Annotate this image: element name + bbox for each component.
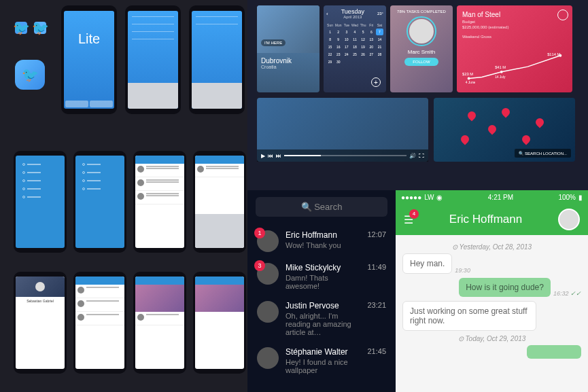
video-player[interactable]: ▶ ⏮ ⏭ 🔊 ⛶ xyxy=(257,98,428,162)
avatar[interactable] xyxy=(558,209,580,230)
calendar-cell[interactable]: 13 xyxy=(368,36,375,43)
phone-feed xyxy=(135,156,184,248)
calendar-cell[interactable]: 10 xyxy=(343,36,350,43)
volume-icon[interactable]: 🔊 xyxy=(409,153,416,159)
keyboard[interactable] xyxy=(128,83,178,109)
calendar-cell[interactable]: 12 xyxy=(360,36,367,43)
chat-preview: Oh, alright... I'm reading an amazing ar… xyxy=(286,312,360,336)
messenger-panel: ●●●●● LW ◉ 4:21 PM 100% ▮ ☰4 Eric Hoffma… xyxy=(396,190,588,392)
battery-pct: 100% xyxy=(558,194,576,201)
calendar-cell[interactable]: 6 xyxy=(368,29,375,35)
chat-item[interactable]: Stéphanie WalterHey! I found a nice wall… xyxy=(247,342,396,380)
add-event-button[interactable]: + xyxy=(371,77,381,87)
cal-prev-icon[interactable]: ‹ xyxy=(326,11,328,17)
fullscreen-icon[interactable]: ⛶ xyxy=(419,153,424,159)
calendar-cell[interactable]: 27 xyxy=(368,51,375,58)
calendar-cell[interactable]: 25 xyxy=(351,51,358,58)
calendar-cell[interactable]: 7 xyxy=(376,29,383,35)
chat-item[interactable]: 3Mike StickylckyDamn! Thats awesome!11:4… xyxy=(247,257,396,296)
phone-menu xyxy=(75,156,124,248)
chat-time: 21:45 xyxy=(367,347,386,355)
movie-card[interactable]: Man of Steel Budget $225,000,000 (estima… xyxy=(457,5,572,92)
media-row: ▶ ⏮ ⏭ 🔊 ⛶ 🔍 SEARCH LOCATION... xyxy=(257,98,575,162)
calendar-cell[interactable]: 19 xyxy=(360,43,367,50)
search-input[interactable]: 🔍 Search xyxy=(256,197,387,217)
wifi-icon: ◉ xyxy=(436,194,443,201)
calendar-cell[interactable]: 1 xyxy=(326,29,334,35)
map-pin-icon[interactable] xyxy=(466,110,478,122)
calendar-cell[interactable]: 22 xyxy=(326,51,334,58)
calendar-cell[interactable]: 30 xyxy=(334,58,342,65)
map-pin-icon[interactable] xyxy=(487,124,498,135)
calendar-cell[interactable]: 28 xyxy=(376,51,383,58)
weather-temp: 23° xyxy=(377,12,383,16)
map-search-input[interactable]: 🔍 SEARCH LOCATION... xyxy=(515,149,571,158)
prev-icon[interactable]: ⏮ xyxy=(268,153,273,159)
calendar-cell[interactable]: 21 xyxy=(376,43,383,50)
calendar-weekdays: SunMonTueWedThuFriSat xyxy=(324,22,386,29)
video-controls[interactable]: ▶ ⏮ ⏭ 🔊 ⛶ xyxy=(257,149,428,162)
menu-icon[interactable]: ☰4 xyxy=(404,213,413,226)
carrier: LW xyxy=(424,194,434,201)
message-bubble-in: Hey man. xyxy=(402,253,452,274)
map-pin-icon[interactable] xyxy=(460,134,471,145)
location-card[interactable]: I'M HERE Dubrovnik Croatia xyxy=(257,5,319,92)
calendar-cell[interactable]: 8 xyxy=(326,36,334,43)
widget-cards: I'M HERE Dubrovnik Croatia ‹ Tuesday Apr… xyxy=(257,5,572,92)
message-thread[interactable]: Yesterday, Oct 28, 2013 Hey man.19:30 Ho… xyxy=(396,235,588,392)
calendar-cell[interactable]: 18 xyxy=(351,43,358,50)
map-pin-icon[interactable] xyxy=(500,107,512,118)
location-city: Dubrovnik xyxy=(261,57,315,65)
calendar-cell[interactable]: 17 xyxy=(343,43,350,50)
follow-button[interactable]: FOLLOW xyxy=(404,58,438,66)
calendar-cell[interactable]: 26 xyxy=(360,51,367,58)
calendar-cell[interactable]: 20 xyxy=(368,43,375,50)
message-bubble-out: How is it going dude? xyxy=(459,278,551,297)
location-country: Croatia xyxy=(261,65,315,69)
chat-preview: Wow! Thank you xyxy=(286,241,360,249)
signup-button[interactable] xyxy=(65,101,88,107)
chat-header: ☰4 Eric Hoffmann xyxy=(396,204,588,235)
chat-item[interactable]: 1Eric HoffmannWow! Thank you12:07 xyxy=(247,225,396,257)
unread-badge: 3 xyxy=(254,260,265,271)
map-pin-icon[interactable] xyxy=(521,134,532,145)
calendar-cell[interactable]: 14 xyxy=(376,36,383,43)
login-button[interactable] xyxy=(90,101,113,107)
next-icon[interactable]: ⏭ xyxy=(276,153,281,159)
phone-compose xyxy=(195,156,244,248)
calendar-cell[interactable]: 5 xyxy=(360,29,367,35)
map-pin-icon[interactable] xyxy=(534,117,546,128)
keyboard[interactable] xyxy=(192,83,242,109)
chat-item[interactable]: Justin PervoseOh, alright... I'm reading… xyxy=(247,296,396,342)
map-widget[interactable]: 🔍 SEARCH LOCATION... xyxy=(434,98,575,162)
calendar-cell[interactable]: 15 xyxy=(326,43,334,50)
calendar-cell[interactable]: 3 xyxy=(343,29,350,35)
clock: 4:21 PM xyxy=(488,194,513,201)
play-icon[interactable]: ▶ xyxy=(261,153,265,159)
phone-signup xyxy=(125,5,181,114)
movie-title: Man of Steel xyxy=(462,11,567,18)
play-icon[interactable] xyxy=(557,10,568,20)
calendar-grid[interactable]: 1234567891011121314151617181920212223242… xyxy=(324,29,386,65)
progress-ring xyxy=(407,16,436,46)
profile-card[interactable]: 78% TASKS COMPLETED Marc Smith FOLLOW xyxy=(390,5,453,92)
calendar-cell[interactable]: 9 xyxy=(334,36,342,43)
phone-sidebar xyxy=(16,156,65,248)
phone-welcome: Lite xyxy=(61,5,117,114)
calendar-cell[interactable]: 29 xyxy=(326,58,334,65)
calendar-cell[interactable]: 4 xyxy=(351,29,358,35)
date-separator: Yesterday, Oct 28, 2013 xyxy=(402,243,581,251)
calendar-cell[interactable]: 11 xyxy=(351,36,358,43)
svg-point-0 xyxy=(468,77,470,80)
calendar-cell[interactable]: 23 xyxy=(334,51,342,58)
phone-timeline xyxy=(75,277,124,369)
calendar-cell[interactable]: 24 xyxy=(343,51,350,58)
phone-detail xyxy=(135,277,184,369)
calendar-card[interactable]: ‹ Tuesday April 2013 23° SunMonTueWedThu… xyxy=(324,5,386,92)
calendar-cell[interactable]: 2 xyxy=(334,29,342,35)
contact-name: Eric Hoffmann xyxy=(413,213,558,226)
status-bar: ●●●●● LW ◉ 4:21 PM 100% ▮ xyxy=(396,190,588,204)
progress-bar[interactable] xyxy=(284,155,407,156)
calendar-cell[interactable]: 16 xyxy=(334,43,342,50)
chat-list-panel: 🔍 Search 1Eric HoffmannWow! Thank you12:… xyxy=(247,190,396,392)
